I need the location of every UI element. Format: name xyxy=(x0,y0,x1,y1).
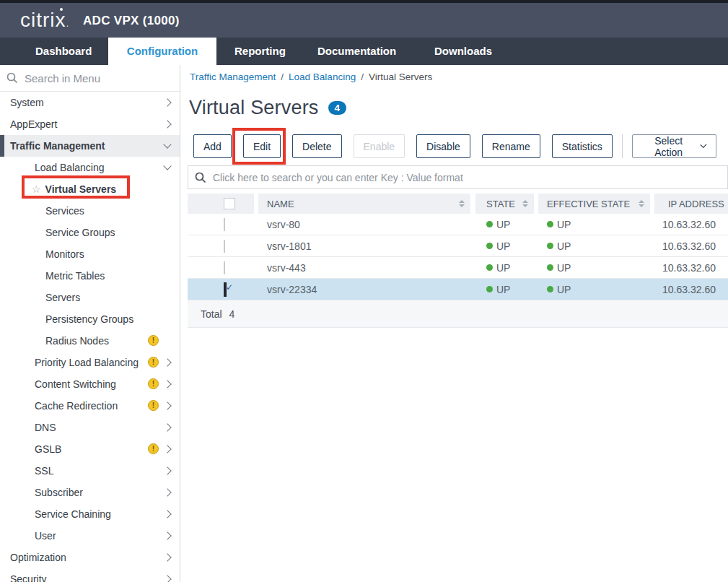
nav-tab-downloads[interactable]: Downloads xyxy=(434,38,492,65)
citrix-logo: citrix. xyxy=(20,9,69,32)
status-up-dot xyxy=(486,286,493,292)
sidebar-item-virtual-servers[interactable]: ☆ Virtual Servers xyxy=(0,178,180,200)
disable-button[interactable]: Disable xyxy=(416,134,470,158)
sidebar-item-label: Virtual Servers xyxy=(45,183,117,195)
delete-button[interactable]: Delete xyxy=(292,134,341,158)
sidebar-item-service-chaining[interactable]: Service Chaining xyxy=(0,503,180,525)
sidebar-item-priority-load-balancing[interactable]: Priority Load Balancing xyxy=(0,352,180,373)
sidebar-item-label: Cache Redirection xyxy=(35,400,118,412)
cell-ip-address: 10.63.32.60 xyxy=(662,219,728,230)
breadcrumb-separator: / xyxy=(281,71,284,82)
chevron-right-icon xyxy=(163,575,171,582)
sidebar-item-user[interactable]: User xyxy=(0,525,180,547)
row-checkbox-cell xyxy=(188,240,267,252)
page-title: Virtual Servers xyxy=(189,97,319,119)
nav-tab-configuration[interactable]: Configuration xyxy=(108,38,216,65)
sidebar-item-gslb[interactable]: GSLB xyxy=(0,438,180,460)
sidebar-item-monitors[interactable]: Monitors xyxy=(0,243,180,265)
sidebar-item-security[interactable]: Security xyxy=(0,568,180,582)
row-checkbox[interactable] xyxy=(224,240,225,253)
column-label: NAME xyxy=(267,199,294,209)
enable-button[interactable]: Enable xyxy=(354,134,405,158)
breadcrumb-link-traffic-management[interactable]: Traffic Management xyxy=(190,71,276,82)
sidebar-item-label: Traffic Management xyxy=(10,140,105,152)
add-button[interactable]: Add xyxy=(193,134,232,158)
select-all-checkbox[interactable] xyxy=(224,198,235,209)
column-header-state[interactable]: STATE xyxy=(475,194,534,214)
table-row[interactable]: vsrv-1801 UP UP 10.63.32.60 xyxy=(188,235,728,257)
chevron-right-icon xyxy=(163,120,171,128)
sidebar-item-servers[interactable]: Servers xyxy=(0,287,180,308)
sidebar-item-appexpert[interactable]: AppExpert xyxy=(0,113,180,135)
chevron-right-icon xyxy=(163,531,171,539)
sidebar-item-label: AppExpert xyxy=(10,118,57,130)
breadcrumb: Traffic Management/Load Balancing/Virtua… xyxy=(190,71,432,82)
cell-name: vsrv-80 xyxy=(267,219,486,230)
edit-button[interactable]: Edit xyxy=(243,134,281,158)
sidebar-item-content-switching[interactable]: Content Switching xyxy=(0,373,180,395)
sidebar-item-metric-tables[interactable]: Metric Tables xyxy=(0,265,180,287)
sidebar-item-load-balancing[interactable]: Load Balancing xyxy=(0,157,180,178)
sidebar-item-label: GSLB xyxy=(35,443,61,455)
citrix-logo-text: citrix xyxy=(20,9,66,31)
row-checkbox-cell xyxy=(188,262,267,274)
table-search-placeholder: Click here to search or you can enter Ke… xyxy=(213,172,463,183)
status-up-dot xyxy=(547,243,553,249)
column-header-ip-address[interactable]: IP ADDRESS xyxy=(654,194,728,214)
row-checkbox[interactable] xyxy=(224,261,225,274)
search-icon xyxy=(195,172,206,183)
table-search-input[interactable]: Click here to search or you can enter Ke… xyxy=(188,165,728,189)
sidebar-item-label: Priority Load Balancing xyxy=(35,357,139,368)
sidebar-item-cache-redirection[interactable]: Cache Redirection xyxy=(0,395,180,417)
nav-tab-documentation[interactable]: Documentation xyxy=(317,38,396,65)
table-row[interactable]: vsrv-443 UP UP 10.63.32.60 xyxy=(188,257,728,279)
sidebar-item-label: Service Chaining xyxy=(35,508,111,520)
breadcrumb-link-load-balancing[interactable]: Load Balancing xyxy=(289,71,356,82)
cell-ip-address: 10.63.32.60 xyxy=(662,240,728,252)
sidebar-item-label: Subscriber xyxy=(35,487,83,498)
warning-icon xyxy=(148,378,159,389)
statistics-button[interactable]: Statistics xyxy=(552,134,613,158)
cell-name: vsrv-22334 xyxy=(267,284,486,295)
chevron-right-icon xyxy=(163,510,171,518)
row-checkbox[interactable] xyxy=(224,218,225,231)
sidebar-item-system[interactable]: System xyxy=(0,92,180,113)
sidebar-item-optimization[interactable]: Optimization xyxy=(0,547,180,568)
sidebar-search-input[interactable]: Search in Menu xyxy=(0,65,180,92)
sidebar-item-label: Metric Tables xyxy=(45,270,105,282)
chevron-right-icon xyxy=(163,488,171,496)
sidebar-item-subscriber[interactable]: Subscriber xyxy=(0,482,180,503)
table-row-selected[interactable]: vsrv-22334 UP UP 10.63.32.60 xyxy=(188,279,728,300)
column-header-effective-state[interactable]: EFFECTIVE STATE xyxy=(538,194,650,214)
cell-name: vsrv-443 xyxy=(267,262,486,274)
sidebar-item-dns[interactable]: DNS xyxy=(0,417,180,438)
sidebar-item-radius-nodes[interactable]: Radius Nodes xyxy=(0,330,180,352)
breadcrumb-separator: / xyxy=(361,71,364,82)
sidebar-item-services[interactable]: Services xyxy=(0,200,180,222)
sidebar-item-label: Monitors xyxy=(45,248,84,260)
cell-effective-state: UP xyxy=(547,219,662,230)
nav-tab-reporting[interactable]: Reporting xyxy=(234,38,286,65)
rename-button[interactable]: Rename xyxy=(482,134,540,158)
chevron-right-icon xyxy=(163,445,171,453)
sidebar-item-ssl[interactable]: SSL xyxy=(0,460,180,482)
sidebar-item-traffic-management[interactable]: Traffic Management xyxy=(0,135,180,157)
chevron-down-icon xyxy=(163,140,171,148)
row-checkbox-cell xyxy=(188,219,267,230)
nav-tab-dashboard[interactable]: Dashboard xyxy=(35,38,92,65)
select-action-dropdown[interactable]: Select Action xyxy=(632,134,716,158)
state-text: UP xyxy=(496,284,510,295)
star-icon: ☆ xyxy=(32,183,41,195)
column-header-name[interactable]: NAME xyxy=(258,194,470,214)
sidebar-item-service-groups[interactable]: Service Groups xyxy=(0,222,180,243)
sidebar: Search in Menu System AppExpert Traffic … xyxy=(0,65,180,582)
sidebar-item-label: Optimization xyxy=(10,552,66,563)
row-checkbox-checked[interactable] xyxy=(224,282,227,297)
virtual-servers-table: NAME STATE EFFECTIVE STATE IP ADDRESS vs… xyxy=(188,194,728,328)
sidebar-item-label: Security xyxy=(10,573,47,582)
table-row[interactable]: vsrv-80 UP UP 10.63.32.60 xyxy=(188,214,728,235)
sidebar-item-persistency-groups[interactable]: Persistency Groups xyxy=(0,308,180,330)
chevron-right-icon xyxy=(163,423,171,431)
chevron-right-icon xyxy=(163,358,171,366)
warning-icon xyxy=(148,357,159,368)
